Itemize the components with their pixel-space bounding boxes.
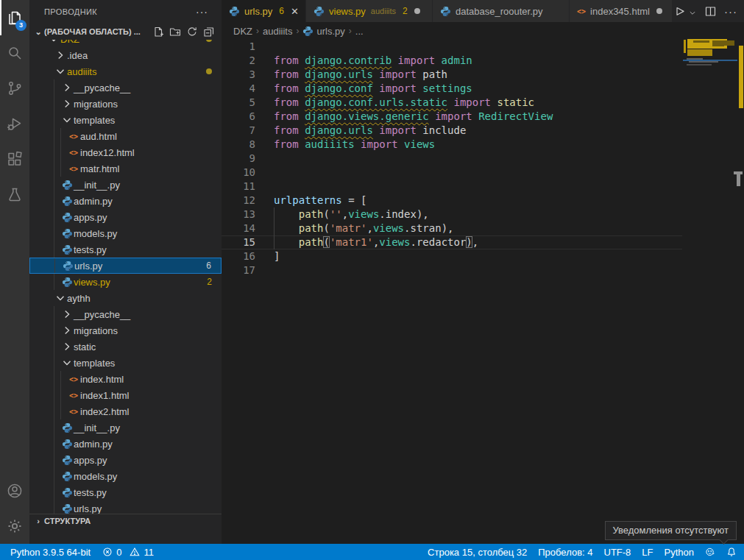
activity-bar-search[interactable] [0, 35, 29, 71]
activity-bar-extensions[interactable] [0, 141, 29, 177]
problems-status[interactable]: 0 11 [102, 547, 154, 558]
breadcrumb-item-audiiits[interactable]: audiiits [263, 26, 292, 37]
code-editor[interactable]: 12from django.contrib import admin3from … [222, 40, 744, 544]
tree-item-templates[interactable]: templates [29, 112, 222, 128]
language-mode-status[interactable]: Python [665, 547, 694, 558]
tree-item-apps-py[interactable]: apps.py [29, 452, 222, 468]
tree-item-aud-html[interactable]: <>aud.html [29, 128, 222, 144]
indent-guide [54, 500, 54, 514]
tree-item-index2-html[interactable]: <>index2.html [29, 403, 222, 419]
tree-item-DKZ[interactable]: DKZ [29, 40, 222, 47]
chevron-right-icon [60, 308, 74, 320]
status-bar: Python 3.9.5 64-bit 0 11 Строка 15, стол… [0, 544, 744, 560]
code-line-11: 11 [222, 180, 682, 194]
python-file-icon [60, 212, 74, 223]
file-tree[interactable]: DKZ.ideaaudiiits__pycache__migrationstem… [29, 40, 222, 514]
code-line-6: 6from django.views.generic import Redire… [222, 110, 682, 124]
notifications-bell-icon[interactable] [726, 547, 737, 557]
tree-item-migrations[interactable]: migrations [29, 96, 222, 112]
refresh-icon[interactable] [186, 26, 198, 38]
activity-bar-source-control[interactable] [0, 71, 29, 106]
tab-database_roouter.py[interactable]: database_roouter.py [433, 0, 570, 22]
code-token: .index [379, 208, 417, 220]
tree-item-static[interactable]: static [29, 339, 222, 355]
breadcrumb-item-DKZ[interactable]: DKZ [233, 26, 252, 37]
tab-description: audiiits [371, 7, 396, 15]
tree-item--pycache-[interactable]: __pycache__ [29, 306, 222, 322]
sidebar-more-actions-icon[interactable]: ··· [196, 6, 208, 18]
tree-item--init-py[interactable]: __init__.py [29, 419, 222, 436]
chevron-down-icon[interactable] [688, 7, 697, 15]
python-file-icon [60, 455, 74, 466]
activity-badge: 3 [15, 20, 26, 31]
new-file-icon[interactable] [152, 26, 164, 38]
tree-item--pycache-[interactable]: __pycache__ [29, 79, 222, 96]
modified-dot[interactable] [656, 8, 662, 14]
tree-item-tests-py[interactable]: tests.py [29, 241, 222, 258]
tab-views.py[interactable]: views.pyaudiiits2 [306, 0, 433, 22]
indent-guide [54, 96, 54, 112]
tree-item-urls-py[interactable]: urls.py6 [29, 258, 222, 274]
breadcrumb-item-...[interactable]: ... [355, 26, 364, 37]
tree-item-views-py[interactable]: views.py2 [29, 274, 222, 290]
code-token: views [373, 222, 404, 234]
tab-urls.py[interactable]: urls.py6✕ [222, 0, 306, 22]
code-token: from [274, 82, 305, 94]
tree-item-apps-py[interactable]: apps.py [29, 209, 222, 225]
tree-item-matr-html[interactable]: <>matr.html [29, 160, 222, 177]
activity-bar-testing[interactable] [0, 177, 29, 212]
tree-item-label: index12.html [80, 147, 135, 158]
line-number: 7 [222, 124, 255, 138]
new-folder-icon[interactable] [169, 26, 181, 38]
tree-item-aythh[interactable]: aythh [29, 290, 222, 306]
encoding-status[interactable]: UTF-8 [604, 547, 631, 558]
tree-item-migrations[interactable]: migrations [29, 322, 222, 339]
cursor-position-status[interactable]: Строка 15, столбец 32 [428, 547, 527, 558]
minimap[interactable] [683, 38, 739, 70]
run-icon[interactable] [673, 5, 685, 18]
more-actions-icon[interactable]: ··· [724, 5, 737, 18]
tree-item-models-py[interactable]: models.py [29, 468, 222, 484]
tree-item-tests-py[interactable]: tests.py [29, 484, 222, 500]
feedback-icon[interactable] [705, 547, 715, 557]
editor-scrollbar[interactable] [734, 22, 744, 544]
outline-section-header[interactable]: › СТРУКТУРА [29, 514, 222, 528]
tree-item-index-html[interactable]: <>index.html [29, 371, 222, 387]
eol-status[interactable]: LF [642, 547, 653, 558]
tree-item-admin-py[interactable]: admin.py [29, 436, 222, 452]
code-token: django.conf.urls.static [305, 96, 447, 108]
tree-item-admin-py[interactable]: admin.py [29, 193, 222, 209]
tree-item-templates[interactable]: templates [29, 355, 222, 371]
indentation-status[interactable]: Пробелов: 4 [538, 547, 592, 558]
split-editor-icon[interactable] [704, 5, 717, 18]
indent-guide [54, 112, 54, 128]
modified-dot [206, 40, 222, 44]
code-line-8: 8from audiiits import views [222, 138, 682, 152]
line-number: 14 [222, 221, 255, 235]
code-token: path [299, 222, 324, 234]
collapse-all-icon[interactable] [203, 26, 215, 38]
close-icon[interactable]: ✕ [291, 6, 299, 17]
tree-item-index1-html[interactable]: <>index1.html [29, 387, 222, 403]
indent-guide [54, 322, 54, 339]
tree-item-urls-py[interactable]: urls.py [29, 500, 222, 514]
indent-guide [60, 387, 61, 403]
workspace-section-header[interactable]: ⌄ (РАБОЧАЯ ОБЛАСТЬ) ... [29, 24, 222, 40]
activity-bar-run-debug[interactable] [0, 106, 29, 141]
tree-item-index12-html[interactable]: <>index12.html [29, 144, 222, 160]
indent-guide [54, 274, 54, 290]
code-token: import [453, 96, 491, 108]
python-interpreter-status[interactable]: Python 3.9.5 64-bit [10, 547, 91, 558]
activity-bar-explorer[interactable]: 3 [0, 0, 29, 35]
activity-bar-settings[interactable] [0, 508, 29, 544]
tree-item--init-py[interactable]: __init__.py [29, 177, 222, 193]
tree-item-models-py[interactable]: models.py [29, 225, 222, 241]
tab-index345.html[interactable]: <>index345.html [570, 0, 673, 22]
modified-dot[interactable] [414, 8, 420, 14]
activity-bar-account[interactable] [0, 473, 29, 508]
tree-item--idea[interactable]: .idea [29, 47, 222, 63]
python-file-icon [229, 6, 240, 17]
breadcrumb-item-urls.py[interactable]: urls.py [302, 26, 344, 37]
code-line-1: 1 [222, 40, 682, 54]
tree-item-audiiits[interactable]: audiiits [29, 63, 222, 79]
